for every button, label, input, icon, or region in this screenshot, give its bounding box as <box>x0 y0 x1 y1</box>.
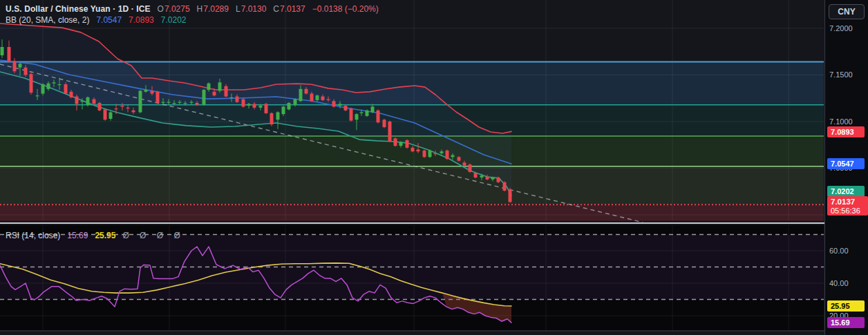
price-zone-4 <box>0 204 824 221</box>
candle-body <box>457 157 461 160</box>
candle-body <box>93 99 96 104</box>
candle-body <box>156 92 160 103</box>
candle-body <box>167 102 171 103</box>
price-tick: 7.1000 <box>829 117 853 126</box>
candle-body <box>1 47 4 55</box>
rsi-tick: 60.00 <box>829 246 849 256</box>
symbol-legend-row: U.S. Dollar / Chinese Yuan · 1D · ICE O7… <box>6 3 379 15</box>
candle-body <box>24 68 28 75</box>
candle-body <box>242 99 245 107</box>
price-level-label: 7.0893 <box>827 126 865 137</box>
change-value: −0.0138 (−0.20%) <box>312 4 379 14</box>
candle-body <box>423 151 426 157</box>
ohlc-close: C7.0137 <box>273 4 305 14</box>
candle-body <box>411 148 415 151</box>
candle-body <box>86 97 90 105</box>
candle-body <box>70 92 73 97</box>
candle-body <box>305 89 308 94</box>
last-price-label: 7.013705:56:36 <box>827 196 868 216</box>
price-zone-3 <box>0 166 824 204</box>
candle-body <box>383 119 386 127</box>
symbol-title[interactable]: U.S. Dollar / Chinese Yuan · 1D · ICE <box>6 4 151 14</box>
candle-body <box>236 97 239 102</box>
candle-body <box>321 97 325 100</box>
candle-body <box>132 111 135 113</box>
candle-body <box>162 102 165 103</box>
candle-body <box>299 89 303 102</box>
candle-body <box>350 108 353 121</box>
candle-body <box>287 103 291 109</box>
candle-body <box>213 92 216 95</box>
candle-body <box>388 122 392 141</box>
candle-body <box>371 106 375 112</box>
bb-indicator-label[interactable]: BB (20, SMA, close, 2) <box>6 15 89 25</box>
candle-body <box>406 140 409 148</box>
price-level-label: 7.0547 <box>827 158 865 169</box>
candle-body <box>399 142 403 146</box>
candle-body <box>366 111 369 116</box>
candle-body <box>509 189 512 202</box>
candle-body <box>282 106 285 114</box>
candle-body <box>332 101 336 106</box>
candle-body <box>58 84 62 85</box>
ohlc-open: O7.0275 <box>158 4 190 14</box>
candle-body <box>225 86 228 97</box>
chart-window: U.S. Dollar / Chinese Yuan · 1D · ICE O7… <box>0 0 868 335</box>
candle-body <box>265 104 268 113</box>
candle-body <box>434 153 437 154</box>
candle-body <box>64 84 68 94</box>
candle-body <box>327 99 330 100</box>
candle-body <box>30 74 33 93</box>
candle-body <box>486 177 489 180</box>
candle-body <box>446 151 449 159</box>
chart-canvas[interactable] <box>0 0 868 335</box>
legend-panel: U.S. Dollar / Chinese Yuan · 1D · ICE O7… <box>6 3 379 26</box>
candle-body <box>344 106 348 111</box>
rsi-empty-values: Ø Ø Ø Ø <box>122 231 184 240</box>
bb-lower-value: 7.0202 <box>161 15 187 25</box>
candle-body <box>451 155 455 157</box>
candle-body <box>355 114 359 119</box>
candle-body <box>310 94 314 102</box>
candle-body <box>259 106 263 108</box>
candle-body <box>75 97 79 104</box>
candle-body <box>207 84 211 90</box>
candle-body <box>8 47 11 61</box>
candle-body <box>126 108 130 108</box>
candle-body <box>428 151 432 157</box>
candle-body <box>360 113 364 113</box>
candle-body <box>19 64 22 67</box>
candle-body <box>491 178 495 180</box>
candle-body <box>377 111 380 123</box>
bb-upper-value: 7.0893 <box>129 15 154 25</box>
candle-body <box>440 151 444 153</box>
candle-body <box>104 109 107 119</box>
candle-body <box>202 90 206 105</box>
candle-body <box>316 95 319 100</box>
candle-body <box>417 150 420 152</box>
candle-body <box>139 91 142 113</box>
candle-body <box>480 175 484 178</box>
candle-body <box>474 173 478 178</box>
candle-body <box>98 103 102 111</box>
candle-body <box>53 82 56 83</box>
candle-body <box>184 103 187 104</box>
rsi-level-label: 25.95 <box>827 300 865 312</box>
bar-countdown: 05:56:36 <box>831 207 868 215</box>
rsi-ma-value: 25.95 <box>95 231 115 240</box>
currency-button[interactable]: CNY <box>829 4 865 19</box>
candle-body <box>36 95 39 96</box>
last-price: 7.0137 <box>831 197 868 207</box>
candle-body <box>469 164 472 172</box>
rsi-value: 15.69 <box>67 231 88 240</box>
candle-body <box>196 103 199 105</box>
candle-body <box>190 102 194 103</box>
price-axis[interactable]: CNY 7.20007.15007.10007.050060.0040.0020… <box>824 0 868 335</box>
candle-body <box>497 178 500 182</box>
candle-body <box>13 61 17 71</box>
rsi-indicator-label[interactable]: RSI (14, close) <box>6 231 60 240</box>
bb-mid-value: 7.0547 <box>96 15 122 25</box>
candle-body <box>144 90 148 92</box>
candle-body <box>270 113 274 124</box>
candle-body <box>81 101 84 102</box>
